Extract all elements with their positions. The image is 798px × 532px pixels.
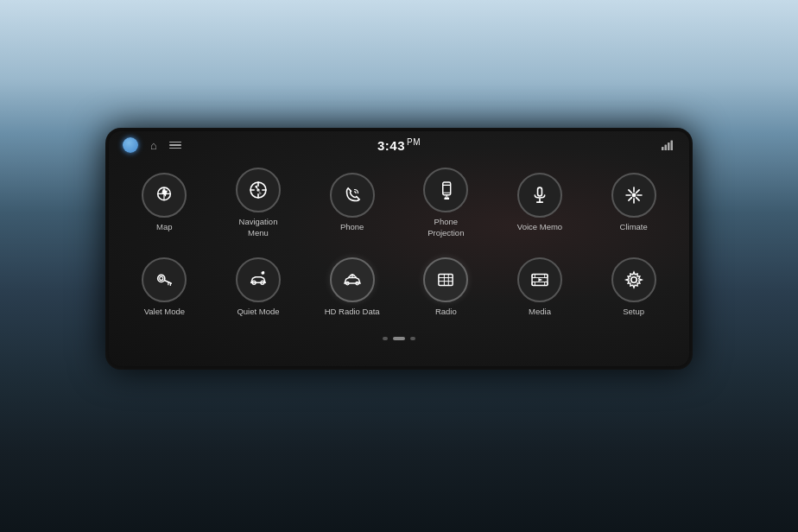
app-climate-label: Climate: [620, 222, 648, 232]
app-quiet-mode[interactable]: Quiet Mode: [213, 247, 304, 328]
app-voice-memo-label: Voice Memo: [517, 222, 562, 232]
status-time: 3:43PM: [377, 137, 421, 153]
svg-point-20: [631, 193, 636, 198]
app-radio[interactable]: Radio: [401, 247, 491, 328]
phone-projection-icon: [434, 179, 457, 201]
app-valet-mode[interactable]: Valet Mode: [119, 247, 210, 328]
app-navigation-menu[interactable]: NavigationMenu: [213, 162, 304, 244]
app-map-label: Map: [156, 222, 172, 232]
status-right: [662, 140, 675, 150]
svg-line-25: [629, 190, 631, 193]
svg-rect-1: [665, 145, 668, 151]
app-quiet-mode-label: Quiet Mode: [237, 307, 279, 317]
app-map-icon-wrapper: [142, 173, 187, 218]
dashboard-surround: ⌂ 3:43PM: [105, 128, 693, 370]
page-dot-3: [410, 337, 415, 340]
app-media-label: Media: [529, 307, 551, 317]
status-dot: [123, 137, 138, 153]
home-icon[interactable]: ⌂: [150, 139, 157, 152]
app-climate-icon-wrapper: [611, 173, 656, 218]
app-media[interactable]: Media: [495, 247, 586, 328]
svg-point-30: [160, 277, 163, 281]
app-quiet-mode-icon-wrapper: [236, 257, 281, 302]
app-navigation-menu-label: NavigationMenu: [239, 217, 278, 238]
pagination: [109, 332, 689, 345]
media-icon: [529, 269, 551, 291]
menu-icon[interactable]: [169, 142, 181, 149]
car-interior: ⌂ 3:43PM: [0, 0, 798, 532]
status-bar: ⌂ 3:43PM: [109, 131, 689, 159]
app-hd-radio-data-label: HD Radio Data: [325, 307, 380, 317]
radio-icon: [434, 269, 457, 291]
app-climate[interactable]: Climate: [588, 162, 679, 244]
setup-icon: [623, 269, 645, 291]
app-hd-radio-data[interactable]: HD Radio Data: [307, 247, 397, 328]
svg-rect-14: [445, 198, 450, 200]
climate-icon: [623, 184, 645, 206]
app-phone-projection[interactable]: PhoneProjection: [401, 162, 491, 244]
svg-point-51: [630, 277, 636, 283]
compass-icon: [247, 179, 269, 201]
app-phone-icon-wrapper: [330, 173, 375, 218]
svg-line-28: [629, 198, 631, 200]
svg-line-26: [636, 198, 638, 200]
app-setup[interactable]: Setup: [588, 247, 679, 328]
quiet-icon: [247, 269, 269, 291]
app-radio-label: Radio: [435, 307, 457, 317]
app-valet-mode-label: Valet Mode: [144, 307, 185, 317]
app-radio-icon-wrapper: [423, 257, 468, 302]
status-left: ⌂: [123, 137, 181, 153]
hd-radio-icon: [341, 269, 364, 291]
app-media-icon-wrapper: [517, 257, 562, 302]
valet-icon: [153, 269, 175, 291]
voice-memo-icon: [529, 184, 551, 206]
page-dot-1: [383, 337, 388, 340]
infotainment-screen: ⌂ 3:43PM: [109, 131, 689, 366]
svg-rect-0: [662, 147, 664, 150]
app-phone-projection-icon-wrapper: [423, 168, 468, 212]
svg-rect-17: [538, 187, 542, 196]
app-valet-mode-icon-wrapper: [142, 257, 187, 302]
apps-grid: Map: [109, 159, 689, 332]
app-hd-radio-data-icon-wrapper: [330, 257, 375, 302]
page-dot-2: [393, 337, 405, 340]
svg-line-27: [636, 190, 638, 193]
app-phone[interactable]: Phone: [307, 162, 397, 244]
svg-rect-2: [668, 142, 670, 150]
svg-point-29: [158, 276, 165, 282]
app-setup-label: Setup: [623, 307, 644, 317]
signal-icon: [662, 140, 675, 150]
map-icon: [153, 184, 175, 206]
app-navigation-menu-icon-wrapper: [236, 168, 281, 212]
phone-icon: [341, 184, 364, 206]
app-setup-icon-wrapper: [611, 257, 656, 302]
svg-rect-3: [671, 141, 674, 151]
app-voice-memo-icon-wrapper: [517, 173, 562, 218]
app-map[interactable]: Map: [119, 162, 210, 244]
app-phone-projection-label: PhoneProjection: [428, 217, 464, 238]
svg-rect-39: [439, 275, 453, 286]
app-phone-label: Phone: [340, 222, 364, 232]
app-voice-memo[interactable]: Voice Memo: [495, 162, 586, 244]
